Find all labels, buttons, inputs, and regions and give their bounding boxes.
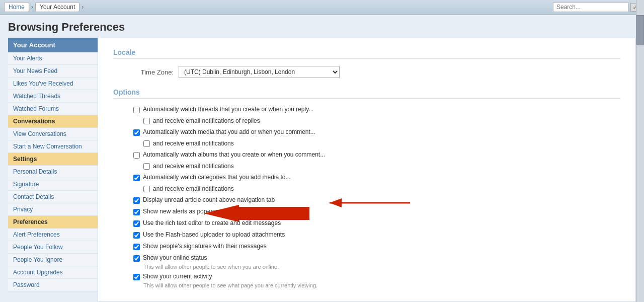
checkbox-row-11: Show your current activity	[113, 273, 620, 280]
sidebar-item-signature[interactable]: Signature	[8, 178, 98, 191]
checkbox-flash-uploader[interactable]	[133, 232, 140, 239]
layout: Your Account Your Alerts Your News Feed …	[0, 38, 644, 302]
checkbox-auto-watch-media-label[interactable]: Automatically watch media that you add o…	[143, 128, 315, 135]
checkbox-row-4: Automatically watch categories that you …	[113, 174, 620, 181]
checkbox-email-notif-media-label[interactable]: and receive email notifications	[153, 140, 234, 147]
checkbox-email-notif-media[interactable]	[143, 140, 150, 147]
sidebar-item-contact-details[interactable]: Contact Details	[8, 191, 98, 203]
sidebar-item-password[interactable]: Password	[8, 279, 98, 291]
checkbox-email-notif-categories[interactable]	[143, 186, 150, 192]
sidebar-item-view-conversations[interactable]: View Conversations	[8, 128, 98, 140]
checkbox-unread-article-count[interactable]	[133, 197, 140, 204]
checkbox-rich-text-editor[interactable]	[133, 220, 140, 227]
timezone-label: Time Zone:	[113, 68, 174, 76]
sidebar-item-your-news-feed[interactable]: Your News Feed	[8, 65, 98, 78]
sidebar-item-personal-details[interactable]: Personal Details	[8, 166, 98, 178]
checkbox-unread-article-count-label[interactable]: Display unread article count above navig…	[143, 196, 275, 203]
sub-checkbox-row-2: and receive email notifications	[113, 140, 620, 147]
checkbox-auto-watch-media[interactable]	[133, 129, 140, 136]
sidebar-settings-header: Settings	[8, 153, 98, 166]
checkbox-email-notif-replies[interactable]	[143, 118, 150, 124]
checkbox-show-current-activity[interactable]	[133, 274, 140, 280]
breadcrumb-sep2: ›	[82, 4, 84, 11]
checkbox-show-alerts-popup[interactable]	[133, 209, 140, 215]
options-section: Options Automatically watch threads that…	[113, 88, 620, 288]
checkbox-show-online-status[interactable]	[133, 255, 140, 262]
locale-section-header: Locale	[113, 48, 620, 59]
checkbox-row-1: Automatically watch threads that you cre…	[113, 106, 620, 113]
checkbox-row-9: Show people's signatures with their mess…	[113, 243, 620, 250]
checkbox-row-6: Show new alerts as pop-ups	[113, 208, 620, 215]
breadcrumb-sep: ›	[31, 4, 33, 11]
sidebar-item-account-upgrades[interactable]: Account Upgrades	[8, 266, 98, 279]
breadcrumb-home[interactable]: Home	[4, 2, 29, 12]
checkbox-show-signatures[interactable]	[133, 244, 140, 250]
online-status-helper: This will allow other people to see when…	[113, 264, 620, 270]
sidebar-item-people-you-ignore[interactable]: People You Ignore	[8, 254, 98, 266]
sidebar-item-new-conversation[interactable]: Start a New Conversation	[8, 140, 98, 153]
main-content: Locale Time Zone: (UTC) Dublin, Edinburg…	[98, 38, 636, 302]
sidebar-preferences-header: Preferences	[8, 216, 98, 229]
checkbox-auto-watch-albums[interactable]	[133, 152, 140, 159]
sub-checkbox-row-1: and receive email notifications of repli…	[113, 117, 620, 124]
checkbox-show-current-activity-label[interactable]: Show your current activity	[143, 273, 212, 280]
checkbox-email-notif-albums[interactable]	[143, 163, 150, 170]
checkbox-email-notif-categories-label[interactable]: and receive email notifications	[153, 185, 234, 192]
checkbox-auto-watch-categories[interactable]	[133, 175, 140, 181]
checkbox-row-5: Display unread article count above navig…	[113, 196, 620, 204]
checkbox-row-8: Use the Flash-based uploader to upload a…	[113, 231, 620, 239]
options-section-header: Options	[113, 88, 620, 99]
checkbox-row-7: Use the rich text editor to create and e…	[113, 219, 620, 227]
checkbox-show-signatures-label[interactable]: Show people's signatures with their mess…	[143, 243, 267, 250]
search-input[interactable]	[553, 2, 628, 12]
checkbox-row-10: Show your online status	[113, 254, 620, 262]
top-bar-right: ⤢	[553, 2, 640, 12]
scrollbar-thumb[interactable]	[636, 15, 644, 45]
top-bar: Home › Your Account › ⤢	[0, 0, 644, 15]
sidebar-item-privacy[interactable]: Privacy	[8, 203, 98, 216]
checkbox-auto-watch-threads[interactable]	[133, 107, 140, 113]
sidebar-item-alert-preferences[interactable]: Alert Preferences	[8, 229, 98, 241]
checkbox-email-notif-albums-label[interactable]: and receive email notifications	[153, 163, 234, 170]
sub-checkbox-row-4: and receive email notifications	[113, 185, 620, 192]
sidebar-item-your-alerts[interactable]: Your Alerts	[8, 52, 98, 65]
timezone-select[interactable]: (UTC) Dublin, Edinburgh, Lisbon, London	[179, 66, 340, 78]
checkbox-auto-watch-albums-label[interactable]: Automatically watch albums that you crea…	[143, 151, 325, 158]
checkbox-show-alerts-popup-label[interactable]: Show new alerts as pop-ups	[143, 208, 219, 215]
sidebar: Your Account Your Alerts Your News Feed …	[8, 38, 98, 302]
checkbox-flash-uploader-label[interactable]: Use the Flash-based uploader to upload a…	[143, 231, 285, 238]
checkbox-auto-watch-categories-label[interactable]: Automatically watch categories that you …	[143, 174, 291, 181]
sidebar-conversations-header: Conversations	[8, 115, 98, 128]
checkbox-show-online-status-label[interactable]: Show your online status	[143, 254, 207, 261]
sidebar-your-account-header: Your Account	[8, 38, 98, 52]
page-title: Browsing Preferences	[0, 15, 644, 38]
breadcrumb: Home › Your Account ›	[4, 2, 84, 12]
checkbox-row-3: Automatically watch albums that you crea…	[113, 151, 620, 159]
sidebar-item-likes[interactable]: Likes You've Received	[8, 78, 98, 90]
scrollbar[interactable]	[636, 0, 644, 302]
checkbox-row-2: Automatically watch media that you add o…	[113, 128, 620, 136]
sidebar-item-people-you-follow[interactable]: People You Follow	[8, 241, 98, 254]
checkbox-auto-watch-threads-label[interactable]: Automatically watch threads that you cre…	[143, 106, 313, 113]
breadcrumb-account: Your Account	[35, 2, 79, 12]
sub-checkbox-row-3: and receive email notifications	[113, 163, 620, 170]
checkbox-email-notif-replies-label[interactable]: and receive email notifications of repli…	[153, 117, 260, 124]
sidebar-item-watched-forums[interactable]: Watched Forums	[8, 103, 98, 115]
timezone-row: Time Zone: (UTC) Dublin, Edinburgh, Lisb…	[113, 66, 620, 78]
sidebar-item-watched-threads[interactable]: Watched Threads	[8, 90, 98, 103]
checkbox-rich-text-editor-label[interactable]: Use the rich text editor to create and e…	[143, 219, 281, 226]
current-activity-helper: This will allow other people to see what…	[113, 282, 620, 288]
